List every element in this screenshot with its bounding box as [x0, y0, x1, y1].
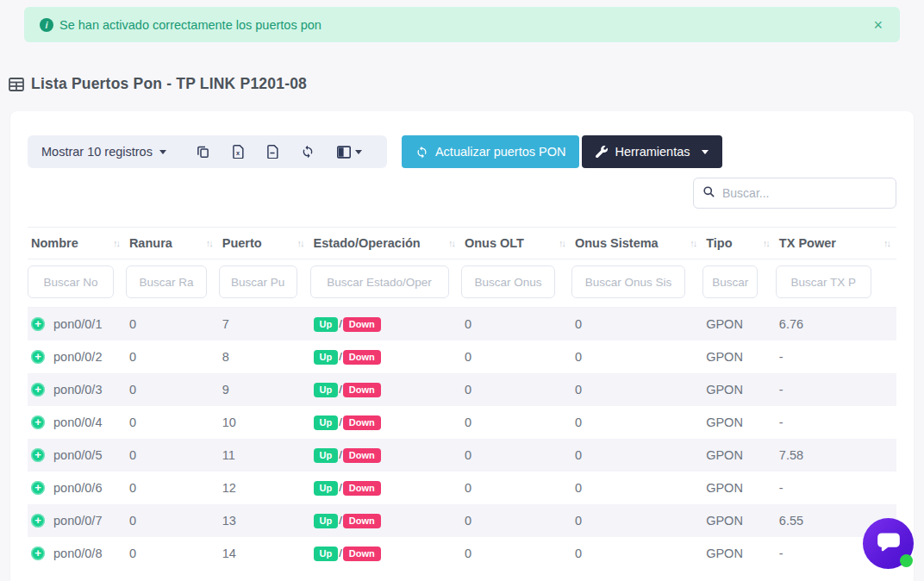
port-name: pon0/0/8 — [53, 547, 102, 560]
caret-down-icon — [702, 150, 709, 154]
status-up-badge: Up — [314, 514, 339, 528]
status-up-badge: Up — [314, 547, 339, 561]
filter-input-ranura[interactable] — [126, 266, 207, 298]
sort-icon[interactable]: ↑↓ — [559, 238, 565, 248]
content-card: Mostrar 10 registros x — [10, 111, 914, 581]
tools-label: Herramientas — [615, 145, 690, 159]
chat-bubble-icon — [877, 531, 901, 557]
cell-onus-olt: 0 — [461, 537, 571, 570]
badge-separator: / — [339, 547, 342, 559]
sort-icon[interactable]: ↑↓ — [448, 238, 454, 248]
cell-estado-operacion: Up/Down — [310, 373, 461, 406]
cell-puerto: 14 — [219, 537, 310, 570]
cell-nombre: +pon0/0/7 — [28, 504, 126, 537]
cell-onus-sistema: 0 — [571, 537, 702, 570]
filter-cell — [126, 259, 219, 308]
badge-separator: / — [339, 317, 342, 330]
status-up-badge: Up — [314, 481, 339, 496]
tools-dropdown-button[interactable]: Herramientas — [582, 135, 722, 168]
sort-icon[interactable]: ↑↓ — [763, 238, 769, 248]
pon-ports-table: ↑↓Nombre↑↓Ranura↑↓Puerto↑↓Estado/Operaci… — [28, 227, 896, 570]
cell-tipo: GPON — [702, 340, 776, 373]
column-header-estado-operaci-n[interactable]: ↑↓Estado/Operación — [310, 228, 461, 259]
cell-puerto: 10 — [219, 406, 310, 439]
chat-widget-button[interactable] — [863, 518, 914, 569]
status-down-badge: Down — [343, 350, 381, 365]
expand-row-icon[interactable]: + — [31, 350, 45, 364]
table-row: +pon0/0/8014Up/Down00GPON- — [28, 537, 896, 570]
expand-row-icon[interactable]: + — [31, 415, 45, 429]
column-header-ranura[interactable]: ↑↓Ranura — [126, 228, 219, 259]
sort-icon[interactable]: ↑↓ — [297, 238, 303, 248]
table-body: +pon0/0/107Up/Down00GPON6.76+pon0/0/208U… — [28, 308, 896, 570]
filter-input-onus-olt[interactable] — [461, 266, 555, 298]
toolbar: Mostrar 10 registros x — [28, 135, 896, 168]
column-visibility-button[interactable] — [337, 142, 362, 162]
expand-row-icon[interactable]: + — [31, 514, 45, 528]
cell-puerto: 11 — [219, 439, 310, 472]
search-input[interactable] — [722, 186, 887, 200]
cell-tipo: GPON — [702, 406, 776, 439]
records-per-page-dropdown[interactable]: Mostrar 10 registros — [41, 145, 185, 159]
port-name: pon0/0/3 — [53, 383, 102, 397]
records-per-page-label: Mostrar 10 registros — [41, 145, 153, 159]
port-name: pon0/0/1 — [53, 317, 102, 331]
column-header-puerto[interactable]: ↑↓Puerto — [219, 228, 310, 259]
expand-row-icon[interactable]: + — [31, 481, 45, 495]
cell-ranura: 0 — [126, 340, 219, 373]
expand-row-icon[interactable]: + — [31, 547, 45, 560]
cell-onus-olt: 0 — [461, 406, 571, 439]
cell-tx-power: 6.76 — [776, 308, 896, 340]
page: i Se han activado correctamente los puer… — [0, 7, 924, 581]
filter-input-estado-operaci-n[interactable] — [310, 266, 449, 298]
filter-input-tx-power[interactable] — [776, 266, 871, 298]
expand-row-icon[interactable]: + — [31, 383, 45, 397]
column-header-tx-power[interactable]: ↑↓TX Power — [776, 228, 896, 259]
status-up-badge: Up — [314, 317, 339, 332]
cell-onus-olt: 0 — [461, 373, 571, 406]
sort-icon[interactable]: ↑↓ — [883, 238, 890, 248]
copy-button[interactable] — [197, 141, 209, 162]
filter-input-nombre[interactable] — [28, 266, 114, 298]
cell-estado-operacion: Up/Down — [310, 504, 461, 537]
cell-nombre: +pon0/0/3 — [28, 373, 126, 406]
filter-input-puerto[interactable] — [219, 266, 297, 298]
page-title: Lista Puertos Pon - TP LINK P1201-08 — [31, 75, 307, 93]
page-title-row: Lista Puertos Pon - TP LINK P1201-08 — [9, 75, 924, 93]
column-header-tipo[interactable]: ↑↓Tipo — [702, 228, 776, 259]
column-label: Tipo — [706, 236, 732, 250]
status-up-badge: Up — [314, 448, 339, 463]
update-pon-ports-button[interactable]: Actualizar puertos PON — [402, 135, 580, 168]
cell-onus-olt: 0 — [461, 340, 571, 373]
cell-onus-sistema: 0 — [571, 472, 702, 504]
cell-tx-power: - — [776, 373, 896, 406]
filter-input-tipo[interactable] — [702, 266, 758, 298]
cell-ranura: 0 — [126, 308, 219, 340]
sort-icon[interactable]: ↑↓ — [690, 238, 696, 248]
file-export-button[interactable] — [266, 141, 278, 162]
filter-cell — [310, 259, 461, 308]
cell-nombre: +pon0/0/6 — [28, 472, 126, 504]
expand-row-icon[interactable]: + — [31, 448, 45, 462]
status-down-badge: Down — [343, 415, 381, 430]
filter-input-onus-sistema[interactable] — [571, 266, 685, 298]
column-visibility-icon — [337, 146, 351, 159]
cell-ranura: 0 — [126, 537, 219, 570]
file-export-icon — [266, 145, 278, 159]
excel-export-button[interactable]: x — [232, 141, 244, 162]
expand-row-icon[interactable]: + — [31, 317, 45, 331]
refresh-table-button[interactable] — [301, 141, 315, 162]
column-header-onus-sistema[interactable]: ↑↓Onus Sistema — [571, 228, 702, 259]
column-label: TX Power — [779, 236, 836, 250]
alert-close-button[interactable]: × — [871, 17, 884, 33]
cell-puerto: 7 — [219, 308, 310, 340]
column-header-nombre[interactable]: ↑↓Nombre — [28, 228, 126, 259]
sort-icon[interactable]: ↑↓ — [206, 238, 212, 248]
cell-tx-power: - — [776, 340, 896, 373]
cell-puerto: 8 — [219, 340, 310, 373]
column-header-onus-olt[interactable]: ↑↓Onus OLT — [461, 228, 571, 259]
info-icon: i — [40, 18, 53, 32]
sort-icon[interactable]: ↑↓ — [113, 238, 119, 248]
table-header-row: ↑↓Nombre↑↓Ranura↑↓Puerto↑↓Estado/Operaci… — [28, 228, 896, 259]
filter-cell — [219, 259, 310, 308]
